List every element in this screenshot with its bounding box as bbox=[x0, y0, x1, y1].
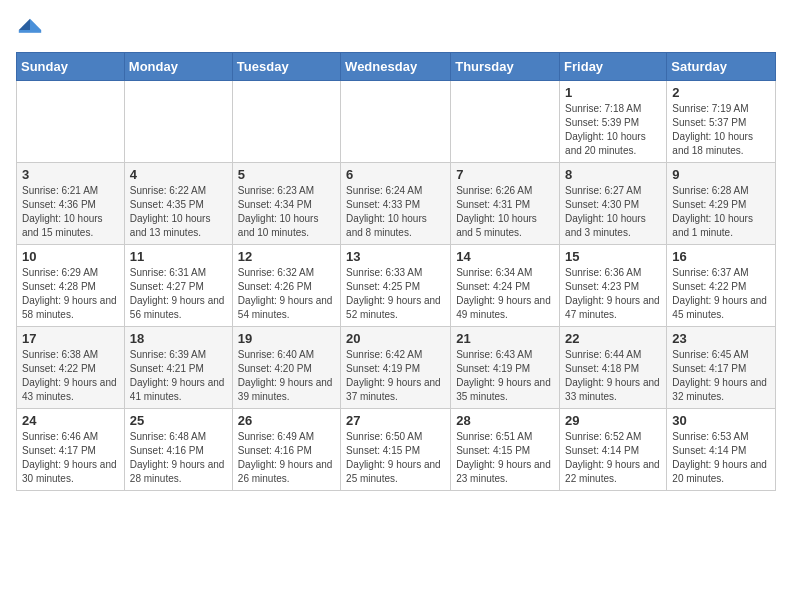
logo bbox=[16, 16, 48, 44]
day-info: Sunrise: 6:40 AM Sunset: 4:20 PM Dayligh… bbox=[238, 348, 335, 404]
day-info: Sunrise: 6:37 AM Sunset: 4:22 PM Dayligh… bbox=[672, 266, 770, 322]
calendar-cell: 7Sunrise: 6:26 AM Sunset: 4:31 PM Daylig… bbox=[451, 163, 560, 245]
day-number: 30 bbox=[672, 413, 770, 428]
day-number: 3 bbox=[22, 167, 119, 182]
calendar-cell: 26Sunrise: 6:49 AM Sunset: 4:16 PM Dayli… bbox=[232, 409, 340, 491]
calendar-week-3: 10Sunrise: 6:29 AM Sunset: 4:28 PM Dayli… bbox=[17, 245, 776, 327]
day-number: 27 bbox=[346, 413, 445, 428]
day-info: Sunrise: 6:44 AM Sunset: 4:18 PM Dayligh… bbox=[565, 348, 661, 404]
day-info: Sunrise: 6:42 AM Sunset: 4:19 PM Dayligh… bbox=[346, 348, 445, 404]
svg-marker-0 bbox=[30, 19, 41, 30]
day-info: Sunrise: 7:19 AM Sunset: 5:37 PM Dayligh… bbox=[672, 102, 770, 158]
calendar-week-2: 3Sunrise: 6:21 AM Sunset: 4:36 PM Daylig… bbox=[17, 163, 776, 245]
weekday-header-saturday: Saturday bbox=[667, 53, 776, 81]
day-number: 11 bbox=[130, 249, 227, 264]
calendar-cell: 27Sunrise: 6:50 AM Sunset: 4:15 PM Dayli… bbox=[341, 409, 451, 491]
day-number: 8 bbox=[565, 167, 661, 182]
day-info: Sunrise: 6:22 AM Sunset: 4:35 PM Dayligh… bbox=[130, 184, 227, 240]
day-number: 23 bbox=[672, 331, 770, 346]
calendar-cell: 28Sunrise: 6:51 AM Sunset: 4:15 PM Dayli… bbox=[451, 409, 560, 491]
calendar-week-5: 24Sunrise: 6:46 AM Sunset: 4:17 PM Dayli… bbox=[17, 409, 776, 491]
day-info: Sunrise: 6:26 AM Sunset: 4:31 PM Dayligh… bbox=[456, 184, 554, 240]
logo-icon bbox=[16, 16, 44, 44]
calendar-cell: 29Sunrise: 6:52 AM Sunset: 4:14 PM Dayli… bbox=[560, 409, 667, 491]
calendar-cell: 22Sunrise: 6:44 AM Sunset: 4:18 PM Dayli… bbox=[560, 327, 667, 409]
day-info: Sunrise: 6:34 AM Sunset: 4:24 PM Dayligh… bbox=[456, 266, 554, 322]
day-info: Sunrise: 6:53 AM Sunset: 4:14 PM Dayligh… bbox=[672, 430, 770, 486]
day-number: 20 bbox=[346, 331, 445, 346]
day-info: Sunrise: 6:31 AM Sunset: 4:27 PM Dayligh… bbox=[130, 266, 227, 322]
calendar-cell bbox=[124, 81, 232, 163]
day-info: Sunrise: 6:39 AM Sunset: 4:21 PM Dayligh… bbox=[130, 348, 227, 404]
calendar-cell: 24Sunrise: 6:46 AM Sunset: 4:17 PM Dayli… bbox=[17, 409, 125, 491]
calendar-cell: 13Sunrise: 6:33 AM Sunset: 4:25 PM Dayli… bbox=[341, 245, 451, 327]
day-info: Sunrise: 6:24 AM Sunset: 4:33 PM Dayligh… bbox=[346, 184, 445, 240]
calendar-cell: 20Sunrise: 6:42 AM Sunset: 4:19 PM Dayli… bbox=[341, 327, 451, 409]
calendar-cell bbox=[232, 81, 340, 163]
day-info: Sunrise: 6:43 AM Sunset: 4:19 PM Dayligh… bbox=[456, 348, 554, 404]
day-number: 24 bbox=[22, 413, 119, 428]
day-number: 4 bbox=[130, 167, 227, 182]
calendar-cell: 17Sunrise: 6:38 AM Sunset: 4:22 PM Dayli… bbox=[17, 327, 125, 409]
day-number: 14 bbox=[456, 249, 554, 264]
day-number: 10 bbox=[22, 249, 119, 264]
calendar-cell: 4Sunrise: 6:22 AM Sunset: 4:35 PM Daylig… bbox=[124, 163, 232, 245]
calendar-cell: 30Sunrise: 6:53 AM Sunset: 4:14 PM Dayli… bbox=[667, 409, 776, 491]
weekday-header-monday: Monday bbox=[124, 53, 232, 81]
weekday-header-friday: Friday bbox=[560, 53, 667, 81]
day-info: Sunrise: 6:21 AM Sunset: 4:36 PM Dayligh… bbox=[22, 184, 119, 240]
day-number: 18 bbox=[130, 331, 227, 346]
day-number: 16 bbox=[672, 249, 770, 264]
day-info: Sunrise: 6:28 AM Sunset: 4:29 PM Dayligh… bbox=[672, 184, 770, 240]
weekday-header-thursday: Thursday bbox=[451, 53, 560, 81]
calendar-week-1: 1Sunrise: 7:18 AM Sunset: 5:39 PM Daylig… bbox=[17, 81, 776, 163]
day-info: Sunrise: 6:29 AM Sunset: 4:28 PM Dayligh… bbox=[22, 266, 119, 322]
day-number: 25 bbox=[130, 413, 227, 428]
svg-rect-2 bbox=[19, 30, 41, 33]
day-number: 21 bbox=[456, 331, 554, 346]
calendar-cell: 23Sunrise: 6:45 AM Sunset: 4:17 PM Dayli… bbox=[667, 327, 776, 409]
calendar-cell: 9Sunrise: 6:28 AM Sunset: 4:29 PM Daylig… bbox=[667, 163, 776, 245]
day-number: 28 bbox=[456, 413, 554, 428]
calendar-cell: 25Sunrise: 6:48 AM Sunset: 4:16 PM Dayli… bbox=[124, 409, 232, 491]
day-info: Sunrise: 6:52 AM Sunset: 4:14 PM Dayligh… bbox=[565, 430, 661, 486]
day-number: 29 bbox=[565, 413, 661, 428]
day-number: 22 bbox=[565, 331, 661, 346]
calendar-cell: 19Sunrise: 6:40 AM Sunset: 4:20 PM Dayli… bbox=[232, 327, 340, 409]
calendar-cell: 14Sunrise: 6:34 AM Sunset: 4:24 PM Dayli… bbox=[451, 245, 560, 327]
day-info: Sunrise: 6:36 AM Sunset: 4:23 PM Dayligh… bbox=[565, 266, 661, 322]
day-info: Sunrise: 6:48 AM Sunset: 4:16 PM Dayligh… bbox=[130, 430, 227, 486]
svg-marker-1 bbox=[19, 19, 30, 30]
calendar-cell: 21Sunrise: 6:43 AM Sunset: 4:19 PM Dayli… bbox=[451, 327, 560, 409]
day-info: Sunrise: 6:32 AM Sunset: 4:26 PM Dayligh… bbox=[238, 266, 335, 322]
day-info: Sunrise: 6:45 AM Sunset: 4:17 PM Dayligh… bbox=[672, 348, 770, 404]
day-number: 17 bbox=[22, 331, 119, 346]
calendar-cell: 12Sunrise: 6:32 AM Sunset: 4:26 PM Dayli… bbox=[232, 245, 340, 327]
calendar-cell: 6Sunrise: 6:24 AM Sunset: 4:33 PM Daylig… bbox=[341, 163, 451, 245]
calendar-cell bbox=[341, 81, 451, 163]
day-number: 9 bbox=[672, 167, 770, 182]
day-info: Sunrise: 6:51 AM Sunset: 4:15 PM Dayligh… bbox=[456, 430, 554, 486]
day-number: 26 bbox=[238, 413, 335, 428]
day-number: 5 bbox=[238, 167, 335, 182]
calendar-cell: 16Sunrise: 6:37 AM Sunset: 4:22 PM Dayli… bbox=[667, 245, 776, 327]
day-number: 13 bbox=[346, 249, 445, 264]
calendar-cell bbox=[451, 81, 560, 163]
day-info: Sunrise: 6:23 AM Sunset: 4:34 PM Dayligh… bbox=[238, 184, 335, 240]
day-number: 6 bbox=[346, 167, 445, 182]
day-number: 2 bbox=[672, 85, 770, 100]
day-info: Sunrise: 6:38 AM Sunset: 4:22 PM Dayligh… bbox=[22, 348, 119, 404]
calendar-cell bbox=[17, 81, 125, 163]
day-number: 1 bbox=[565, 85, 661, 100]
calendar-cell: 3Sunrise: 6:21 AM Sunset: 4:36 PM Daylig… bbox=[17, 163, 125, 245]
day-number: 7 bbox=[456, 167, 554, 182]
day-number: 15 bbox=[565, 249, 661, 264]
calendar-cell: 1Sunrise: 7:18 AM Sunset: 5:39 PM Daylig… bbox=[560, 81, 667, 163]
calendar-table: SundayMondayTuesdayWednesdayThursdayFrid… bbox=[16, 52, 776, 491]
day-info: Sunrise: 6:27 AM Sunset: 4:30 PM Dayligh… bbox=[565, 184, 661, 240]
day-info: Sunrise: 6:33 AM Sunset: 4:25 PM Dayligh… bbox=[346, 266, 445, 322]
day-info: Sunrise: 6:50 AM Sunset: 4:15 PM Dayligh… bbox=[346, 430, 445, 486]
weekday-header-wednesday: Wednesday bbox=[341, 53, 451, 81]
calendar-cell: 2Sunrise: 7:19 AM Sunset: 5:37 PM Daylig… bbox=[667, 81, 776, 163]
calendar-header-row: SundayMondayTuesdayWednesdayThursdayFrid… bbox=[17, 53, 776, 81]
